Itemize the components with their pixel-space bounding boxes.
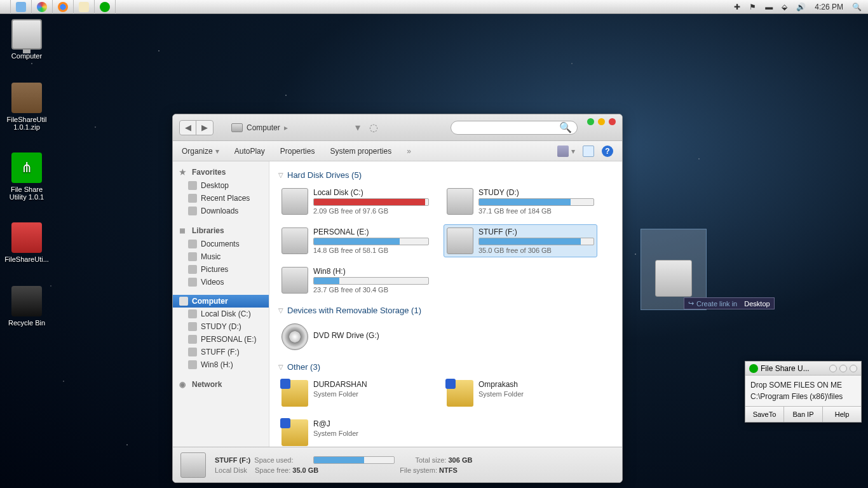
bluetooth-folder-icon: [281, 419, 308, 446]
menubar: ✚ ⚑ ▬ ⬙ 🔊 4:26 PM 🔍: [0, 0, 868, 14]
fileshare-drop-text: Drop SOME FILES ON ME: [750, 379, 856, 391]
share-icon: ⋔: [11, 152, 42, 183]
desktop-icon-zip[interactable]: FileShareUtil 1.0.1.zip: [3, 83, 51, 131]
fileshare-task-icon[interactable]: [95, 0, 116, 14]
firefox-task-icon[interactable]: [53, 0, 74, 14]
sidebar-item-stuff-f[interactable]: STUFF (F:): [173, 346, 269, 358]
drive-item[interactable]: PERSONAL (E:)14.8 GB free of 58.1 GB: [278, 224, 432, 257]
sidebar-item-music[interactable]: Music: [173, 250, 269, 263]
sidebar-item-win8-h[interactable]: Win8 (H:): [173, 358, 269, 371]
drive-icon: [281, 188, 308, 215]
computer-icon: [231, 123, 243, 132]
sidebar-item-computer[interactable]: Computer: [173, 295, 269, 308]
search-input[interactable]: 🔍: [451, 121, 578, 135]
desktop-icon-recyclebin[interactable]: Recycle Bin: [3, 286, 51, 327]
window-controls: [587, 118, 616, 125]
breadcrumb-label: Computer: [247, 123, 280, 132]
desktop-icon-label: File Share Utility 1.0.1: [10, 186, 44, 201]
finder-task-icon[interactable]: [11, 0, 32, 14]
desktop-icon-fileshare[interactable]: ⋔File Share Utility 1.0.1: [3, 152, 51, 201]
view-icon[interactable]: [557, 146, 569, 157]
network-item[interactable]: DURDARSHANSystem Folder: [278, 377, 432, 410]
fileshare-titlebar[interactable]: File Share U...: [745, 362, 861, 376]
desktop-icon-fileshare2[interactable]: FileShareUti...: [3, 222, 51, 263]
autoplay-button[interactable]: AutoPlay: [234, 147, 265, 156]
sidebar-item-desktop[interactable]: Desktop: [173, 179, 269, 192]
drive-item[interactable]: STUDY (D:)37.1 GB free of 184 GB: [444, 185, 597, 218]
network-label: Omprakash: [478, 380, 594, 389]
minimize-button[interactable]: [829, 365, 837, 372]
drive-label: STUFF (F:): [478, 227, 594, 236]
sidebar-item-downloads[interactable]: Downloads: [173, 205, 269, 217]
chrome-task-icon[interactable]: [32, 0, 53, 14]
drive-item[interactable]: STUFF (F:)35.0 GB free of 306 GB: [444, 224, 597, 257]
sysprops-button[interactable]: System properties: [330, 147, 391, 156]
sidebar-item-personal-e[interactable]: PERSONAL (E:): [173, 333, 269, 346]
maximize-button[interactable]: [598, 118, 605, 125]
close-button[interactable]: [850, 365, 857, 372]
network-item[interactable]: R@JSystem Folder: [278, 416, 432, 447]
network-item[interactable]: OmprakashSystem Folder: [444, 377, 597, 410]
preview-pane-icon[interactable]: [583, 146, 594, 157]
sidebar-item-recent[interactable]: Recent Places: [173, 192, 269, 205]
sidebar: ★Favorites Desktop Recent Places Downloa…: [173, 161, 269, 447]
drag-tooltip: ↪Create link in Desktop: [684, 297, 775, 309]
sidebar-item-documents[interactable]: Documents: [173, 238, 269, 250]
drive-item[interactable]: Local Disk (C:)2.09 GB free of 97.6 GB: [278, 185, 432, 218]
flag-icon[interactable]: ⚑: [749, 3, 756, 11]
apple-menu[interactable]: [0, 0, 11, 14]
breadcrumb[interactable]: Computer ▸: [231, 123, 288, 132]
titlebar[interactable]: ◀ ▶ Computer ▸ ▾ ◌ 🔍: [173, 114, 622, 141]
drive-icon: [447, 188, 473, 215]
saveto-button[interactable]: SaveTo: [745, 407, 784, 422]
notes-task-icon[interactable]: [74, 0, 95, 14]
overflow-icon[interactable]: »: [407, 147, 411, 156]
computer-icon: [179, 297, 188, 306]
network-label: DURDARSHAN: [313, 380, 429, 389]
volume-icon[interactable]: 🔊: [796, 3, 806, 11]
sidebar-item-localdisk-c[interactable]: Local Disk (C:): [173, 308, 269, 320]
organize-menu[interactable]: Organize: [182, 147, 213, 156]
sidebar-item-pictures[interactable]: Pictures: [173, 263, 269, 276]
drive-icon: [180, 452, 206, 478]
drive-icon: [447, 227, 473, 254]
help-icon[interactable]: ?: [602, 146, 613, 157]
fileshare-body[interactable]: Drop SOME FILES ON ME C:\Program Files (…: [745, 376, 861, 406]
refresh-icon[interactable]: ◌: [369, 121, 378, 133]
star-icon: ★: [179, 168, 188, 177]
group-hdd[interactable]: ▽Hard Disk Drives (5): [278, 170, 613, 180]
desktop-icon-label: FileShareUti...: [4, 255, 49, 263]
sidebar-item-network[interactable]: ◉Network: [173, 377, 269, 391]
toolbar: Organize▾ AutoPlay Properties System pro…: [173, 141, 622, 161]
spotlight-icon[interactable]: 🔍: [852, 3, 862, 11]
drive-dvd[interactable]: DVD RW Drive (G:): [278, 320, 432, 353]
desktop-icon-computer[interactable]: Computer: [3, 19, 51, 60]
drive-item[interactable]: Win8 (H:)23.7 GB free of 30.4 GB: [278, 264, 432, 297]
drive-label: Local Disk (C:): [313, 188, 429, 197]
help-button[interactable]: Help: [823, 407, 861, 422]
back-button[interactable]: ◀: [180, 121, 196, 135]
sidebar-item-study-d[interactable]: STUDY (D:): [173, 320, 269, 333]
network-sublabel: System Folder: [478, 390, 594, 398]
content-area[interactable]: ▽Hard Disk Drives (5) Local Disk (C:)2.0…: [269, 161, 622, 447]
clock[interactable]: 4:26 PM: [815, 3, 843, 11]
properties-button[interactable]: Properties: [280, 147, 315, 156]
plus-icon[interactable]: ✚: [734, 3, 740, 11]
dropdown-icon[interactable]: ▾: [355, 121, 360, 133]
group-other[interactable]: ▽Other (3): [278, 362, 613, 372]
maximize-button[interactable]: [839, 365, 847, 372]
fileshare-buttons: SaveTo Ban IP Help: [745, 406, 861, 422]
sidebar-favorites-header[interactable]: ★Favorites: [173, 165, 269, 179]
banip-button[interactable]: Ban IP: [784, 407, 823, 422]
wifi-icon[interactable]: ⬙: [782, 3, 787, 11]
battery-icon[interactable]: ▬: [765, 3, 773, 11]
fileshare-title: File Share U...: [761, 364, 810, 373]
group-removable[interactable]: ▽Devices with Removable Storage (1): [278, 306, 613, 315]
sidebar-item-videos[interactable]: Videos: [173, 276, 269, 288]
status-usage-bar: [313, 456, 395, 464]
close-button[interactable]: [609, 118, 616, 125]
chevron-right-icon: ▸: [284, 123, 288, 132]
forward-button[interactable]: ▶: [196, 121, 213, 135]
minimize-button[interactable]: [587, 118, 594, 125]
sidebar-libraries-header[interactable]: ≣Libraries: [173, 224, 269, 238]
